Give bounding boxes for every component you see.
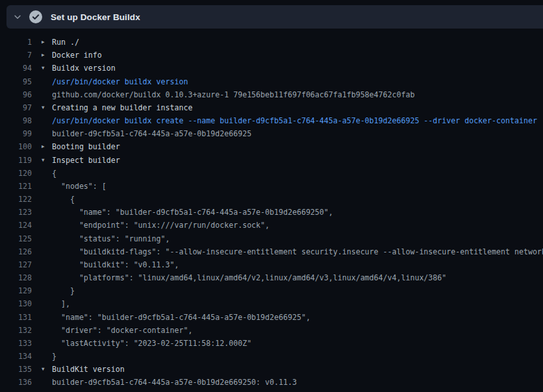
log-text: "name": "builder-d9cfb5a1-c764-445a-a57e…: [52, 311, 310, 324]
line-number-link[interactable]: 131: [0, 311, 32, 324]
log-line: 98/usr/bin/docker buildx create --name b…: [0, 114, 543, 127]
log-group-row[interactable]: 135▼BuildKit version: [0, 363, 543, 376]
line-number-link[interactable]: 129: [0, 284, 32, 297]
log-text: "lastActivity": "2023-02-25T11:58:12.000…: [52, 337, 251, 350]
chevron-down-icon[interactable]: [12, 12, 23, 22]
log-text: "platforms": "linux/amd64,linux/amd64/v2…: [52, 271, 446, 284]
log-text: /usr/bin/docker buildx create --name bui…: [52, 114, 537, 127]
line-number-link[interactable]: 122: [0, 193, 32, 206]
log-line: 131 "name": "builder-d9cfb5a1-c764-445a-…: [0, 311, 543, 324]
log-line: 122 {: [0, 193, 543, 206]
line-number-link[interactable]: 133: [0, 337, 32, 350]
log-line: 133 "lastActivity": "2023-02-25T11:58:12…: [0, 337, 543, 350]
log-text: }: [52, 284, 75, 297]
log-text: builder-d9cfb5a1-c764-445a-a57e-0b19d2e6…: [52, 127, 251, 140]
log-text: }: [52, 350, 57, 363]
log-text: /usr/bin/docker buildx version: [52, 75, 188, 88]
disclosure-expanded-icon[interactable]: ▼: [42, 101, 52, 114]
line-number-link[interactable]: 100: [0, 140, 32, 153]
line-number-link[interactable]: 119: [0, 154, 32, 167]
log-text: "status": "running",: [52, 232, 170, 245]
disclosure-expanded-icon[interactable]: ▼: [42, 154, 52, 167]
log-line: 123 "name": "builder-d9cfb5a1-c764-445a-…: [0, 206, 543, 219]
line-number-link[interactable]: 135: [0, 363, 32, 376]
log-text: BuildKit version: [52, 363, 125, 376]
line-number-link[interactable]: 121: [0, 180, 32, 193]
line-number-link[interactable]: 98: [0, 114, 32, 127]
log-text: Booting builder: [52, 140, 120, 153]
log-line: 136builder-d9cfb5a1-c764-445a-a57e-0b19d…: [0, 376, 543, 389]
log-line: 130 ],: [0, 297, 543, 310]
log-line: 124 "endpoint": "unix:///var/run/docker.…: [0, 219, 543, 232]
log-text: builder-d9cfb5a1-c764-445a-a57e-0b19d2e6…: [52, 376, 297, 389]
disclosure-expanded-icon[interactable]: ▼: [42, 62, 52, 75]
log-text: github.com/docker/buildx 0.10.3+azure-1 …: [52, 88, 414, 101]
log-group-row[interactable]: 7▶Docker info: [0, 49, 543, 62]
log-text: Docker info: [52, 49, 102, 62]
log-line: 120{: [0, 167, 543, 180]
log-text: "name": "builder-d9cfb5a1-c764-445a-a57e…: [52, 206, 333, 219]
log-text: Buildx version: [52, 62, 116, 75]
line-number-link[interactable]: 94: [0, 62, 32, 75]
log-line: 95/usr/bin/docker buildx version: [0, 75, 543, 88]
line-number-link[interactable]: 99: [0, 127, 32, 140]
log-line: 128 "platforms": "linux/amd64,linux/amd6…: [0, 271, 543, 284]
line-number-link[interactable]: 97: [0, 101, 32, 114]
log-text: ],: [52, 297, 70, 310]
line-number-link[interactable]: 134: [0, 350, 32, 363]
log-text: "buildkitd-flags": "--allow-insecure-ent…: [52, 245, 543, 258]
line-number-link[interactable]: 126: [0, 245, 32, 258]
log-text: Run ./: [52, 36, 79, 49]
line-number-link[interactable]: 120: [0, 167, 32, 180]
log-line: 121 "nodes": [: [0, 180, 543, 193]
step-header[interactable]: Set up Docker Buildx: [6, 5, 543, 29]
log-text: Creating a new builder instance: [52, 101, 192, 114]
disclosure-expanded-icon[interactable]: ▼: [42, 363, 52, 376]
log-text: Inspect builder: [52, 154, 120, 167]
log-text: "driver": "docker-container",: [52, 324, 192, 337]
disclosure-collapsed-icon[interactable]: ▶: [42, 36, 52, 49]
log-text: "endpoint": "unix:///var/run/docker.sock…: [52, 219, 270, 232]
log-group-row[interactable]: 100▶Booting builder: [0, 140, 543, 153]
line-number-link[interactable]: 95: [0, 75, 32, 88]
log-group-row[interactable]: 97▼Creating a new builder instance: [0, 101, 543, 114]
line-number-link[interactable]: 124: [0, 219, 32, 232]
log-line: 129 }: [0, 284, 543, 297]
line-number-link[interactable]: 7: [0, 49, 32, 62]
log-group-row[interactable]: 1▶Run ./: [0, 36, 543, 49]
line-number-link[interactable]: 127: [0, 258, 32, 271]
log-text: {: [52, 167, 57, 180]
disclosure-collapsed-icon[interactable]: ▶: [42, 140, 52, 153]
log-lines-container: 1▶Run ./7▶Docker info94▼Buildx version95…: [0, 36, 543, 389]
status-check-icon: [29, 10, 42, 23]
disclosure-collapsed-icon[interactable]: ▶: [42, 49, 52, 62]
log-text: "nodes": [: [52, 180, 107, 193]
line-number-link[interactable]: 130: [0, 297, 32, 310]
line-number-link[interactable]: 125: [0, 232, 32, 245]
log-line: 96github.com/docker/buildx 0.10.3+azure-…: [0, 88, 543, 101]
line-number-link[interactable]: 136: [0, 376, 32, 389]
log-group-row[interactable]: 119▼Inspect builder: [0, 154, 543, 167]
log-text: "buildkit": "v0.11.3",: [52, 258, 179, 271]
step-title: Set up Docker Buildx: [51, 12, 140, 22]
line-number-link[interactable]: 96: [0, 88, 32, 101]
line-number-link[interactable]: 123: [0, 206, 32, 219]
log-line: 99builder-d9cfb5a1-c764-445a-a57e-0b19d2…: [0, 127, 543, 140]
line-number-link[interactable]: 132: [0, 324, 32, 337]
log-group-row[interactable]: 94▼Buildx version: [0, 62, 543, 75]
log-text: {: [52, 193, 75, 206]
log-line: 125 "status": "running",: [0, 232, 543, 245]
log-line: 134}: [0, 350, 543, 363]
line-number-link[interactable]: 128: [0, 271, 32, 284]
log-line: 126 "buildkitd-flags": "--allow-insecure…: [0, 245, 543, 258]
log-line: 132 "driver": "docker-container",: [0, 324, 543, 337]
log-line: 127 "buildkit": "v0.11.3",: [0, 258, 543, 271]
line-number-link[interactable]: 1: [0, 36, 32, 49]
